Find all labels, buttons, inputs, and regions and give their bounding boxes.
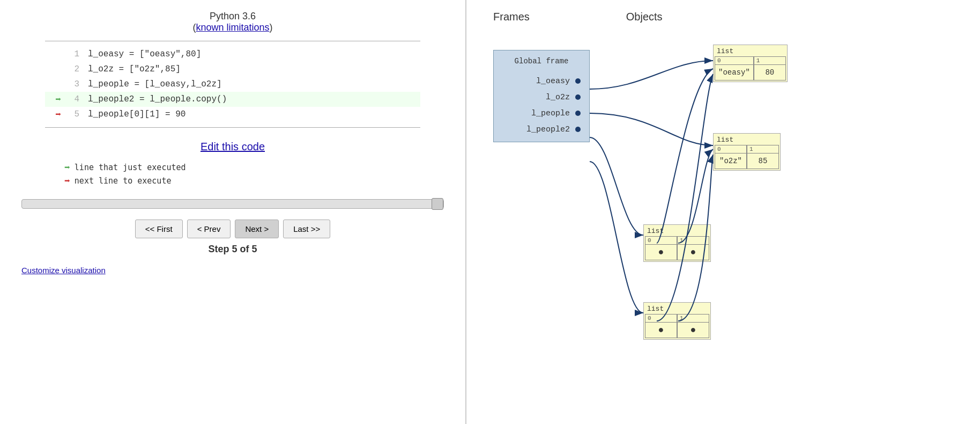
global-frame-title: Global frame [494,55,589,68]
list-o2z-title: list [715,135,779,145]
right-headers: Frames Objects [493,11,964,23]
line-4-code: l_people2 = l_people.copy() [88,94,227,104]
frame-row-l_people: l_people [494,105,589,121]
code-line-5: ➡ 5 l_people[0][1] = 90 [45,107,420,122]
legend-red: ➡ next line to execute [64,175,186,186]
first-button[interactable]: << First [135,220,183,238]
list-people-cell-0: 0 ● [645,236,677,260]
code-line-3: 3 l_people = [l_oeasy,l_o2z] [45,77,420,92]
frame-row-l_people2: l_people2 [494,121,589,137]
code-line-4: ➡ 4 l_people2 = l_people.copy() [45,92,420,107]
frame-var-l_oeasy: l_oeasy [536,77,570,86]
customize-link[interactable]: Customize visualization [21,266,106,275]
code-block: 1 l_oeasy = ["oeasy",80] 2 l_o2z = ["o2z… [45,41,420,128]
objects-header: Objects [626,11,663,23]
legend-green: ➡ line that just executed [64,162,186,173]
list-people2-cell-0: 0 ● [645,314,677,338]
list-o2z: list 0 "o2z" 1 85 [713,133,781,171]
frame-row-l_oeasy: l_oeasy [494,73,589,89]
python-version-title: Python 3.6 (known limitations) [192,11,272,33]
list-people2-title: list [645,304,709,314]
list-people: list 0 ● 1 ● [643,224,711,262]
last-button[interactable]: Last >> [283,220,330,238]
line-2-number: 2 [63,64,79,74]
line-2-code: l_o2z = ["o2z",85] [88,64,181,74]
right-panel: Frames Objects Global frame l_oeasy l_o2… [466,0,980,424]
list-people2: list 0 ● 1 ● [643,302,711,340]
line-4-number: 4 [63,94,79,104]
frame-var-l_o2z: l_o2z [546,93,570,102]
nav-buttons: << First < Prev Next > Last >> [135,220,330,238]
line-5-number: 5 [63,109,79,119]
legend-green-label: line that just executed [75,163,186,172]
global-frame: Global frame l_oeasy l_o2z l_people l_pe… [493,50,590,142]
code-line-1: 1 l_oeasy = ["oeasy",80] [45,47,420,62]
code-line-2: 2 l_o2z = ["o2z",85] [45,62,420,77]
python-version-text: Python 3.6 [210,11,256,21]
list-o2z-cell-0: 0 "o2z" [715,145,747,169]
list-people-cell-1: 1 ● [677,236,709,260]
line-3-number: 3 [63,79,79,89]
frame-var-l_people: l_people [531,109,570,118]
line-3-code: l_people = [l_oeasy,l_o2z] [88,79,222,89]
legend: ➡ line that just executed ➡ next line to… [64,162,186,188]
list-people2-cell-1: 1 ● [677,314,709,338]
legend-red-label: next line to execute [75,176,172,186]
red-arrow-icon: ➡ [64,175,70,186]
line-4-arrow: ➡ [45,93,61,105]
next-button[interactable]: Next > [235,220,279,238]
list-oeasy-title: list [715,46,786,56]
visualization-area: Global frame l_oeasy l_o2z l_people l_pe… [482,34,964,410]
list-people-title: list [645,226,709,236]
list-people-cells: 0 ● 1 ● [645,236,709,260]
frame-dot-l_people2 [575,127,581,132]
edit-code-link[interactable]: Edit this code [201,141,265,153]
list-people2-cells: 0 ● 1 ● [645,314,709,338]
frame-var-l_people2: l_people2 [526,125,570,134]
prev-button[interactable]: < Prev [187,220,231,238]
green-arrow-icon: ➡ [64,162,70,173]
line-5-code: l_people[0][1] = 90 [88,109,185,119]
list-oeasy-cell-0: 0 "oeasy" [715,56,754,81]
known-limitations-link[interactable]: known limitations [196,22,269,33]
list-o2z-cells: 0 "o2z" 1 85 [715,145,779,169]
left-panel: Python 3.6 (known limitations) 1 l_oeasy… [0,0,466,424]
step-label: Step 5 of 5 [208,244,257,255]
list-oeasy-cell-1: 1 80 [754,56,786,81]
frames-header: Frames [493,11,530,23]
step-slider-container[interactable] [21,199,444,211]
line-1-number: 1 [63,49,79,59]
line-1-code: l_oeasy = ["oeasy",80] [88,49,201,59]
frame-dot-l_oeasy [575,78,581,84]
frame-row-l_o2z: l_o2z [494,89,589,105]
list-o2z-cell-1: 1 85 [747,145,779,169]
frame-dot-l_people [575,111,581,116]
step-slider[interactable] [21,199,444,209]
list-oeasy-cells: 0 "oeasy" 1 80 [715,56,786,81]
line-5-arrow: ➡ [45,108,61,120]
frame-dot-l_o2z [575,94,581,100]
list-oeasy: list 0 "oeasy" 1 80 [713,45,788,82]
